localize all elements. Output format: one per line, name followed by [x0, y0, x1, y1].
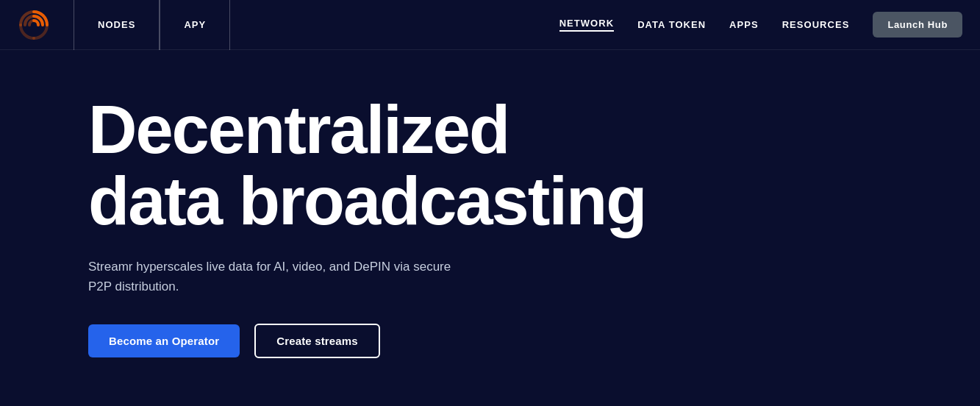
streamr-logo-icon [18, 9, 50, 41]
nav-left-tabs: NODES APY [74, 0, 230, 50]
nav-tab-nodes[interactable]: NODES [74, 0, 160, 50]
hero-buttons: Become an Operator Create streams [88, 324, 980, 358]
logo-area [0, 9, 68, 41]
nav-link-apps[interactable]: APPS [729, 19, 759, 30]
navbar: NODES APY NETWORK DATA TOKEN APPS RESOUR… [0, 0, 980, 50]
nav-right: NETWORK DATA TOKEN APPS RESOURCES Launch… [559, 12, 980, 38]
nav-link-resources[interactable]: RESOURCES [782, 19, 850, 30]
create-streams-button[interactable]: Create streams [254, 324, 380, 358]
become-operator-button[interactable]: Become an Operator [88, 324, 240, 357]
hero-subtitle: Streamr hyperscales live data for AI, vi… [88, 257, 471, 296]
nav-link-data-token[interactable]: DATA TOKEN [637, 19, 706, 30]
nav-tab-apy[interactable]: APY [160, 0, 230, 50]
launch-hub-button[interactable]: Launch Hub [873, 12, 962, 38]
nav-link-network[interactable]: NETWORK [559, 18, 614, 32]
hero-section: Decentralized data broadcasting Streamr … [0, 50, 980, 358]
hero-title: Decentralized data broadcasting [88, 94, 750, 236]
